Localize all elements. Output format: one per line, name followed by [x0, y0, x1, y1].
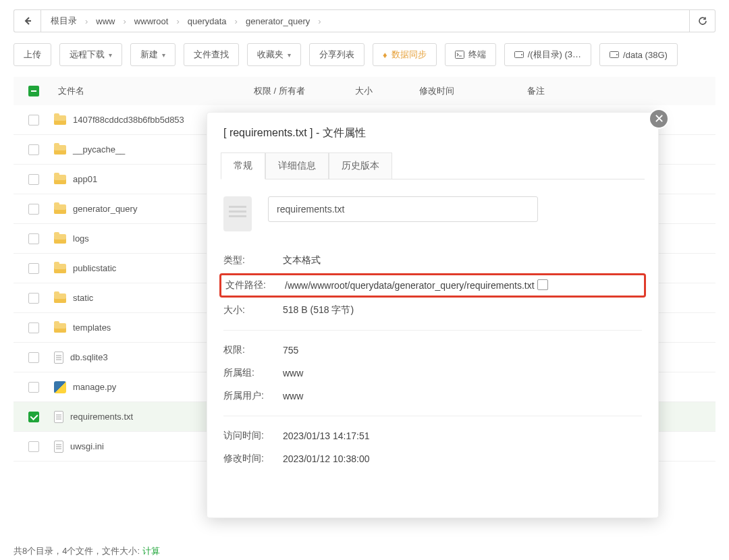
data-sync-label: 数据同步 [392, 49, 427, 61]
row-checkbox[interactable] [28, 352, 39, 363]
prop-perm-value: 755 [283, 345, 298, 356]
row-checkbox[interactable] [28, 233, 39, 244]
back-button[interactable] [14, 9, 40, 32]
row-checkbox[interactable] [28, 323, 39, 333]
prop-type: 类型: 文本格式 [223, 249, 642, 272]
modal-close-button[interactable]: ✕ [649, 109, 669, 129]
refresh-button[interactable] [690, 9, 716, 32]
crumb-generator-query[interactable]: generator_query [243, 16, 313, 26]
chevron-down-icon: ▾ [109, 51, 112, 59]
remote-download-label: 远程下载 [70, 49, 105, 61]
chevron-right-icon: › [315, 16, 323, 26]
row-checkbox-cell [14, 204, 54, 215]
row-filename: publicstatic [73, 263, 116, 273]
prop-type-value: 文本格式 [283, 254, 321, 267]
row-filename: logs [73, 233, 89, 244]
row-checkbox[interactable] [28, 174, 39, 185]
row-filename: generator_query [73, 204, 137, 214]
row-filename: manage.py [73, 382, 116, 392]
modal-title: [ requirements.txt ] - 文件属性 [207, 113, 658, 152]
breadcrumb-bar: 根目录 › www › wwwroot › querydata › genera… [0, 0, 729, 32]
disk-icon [610, 51, 619, 58]
calc-size-link[interactable]: 计算 [142, 546, 160, 556]
disk-icon [514, 51, 524, 58]
col-perm[interactable]: 权限 / 所有者 [250, 85, 351, 97]
row-checkbox[interactable] [28, 382, 39, 393]
divider [223, 416, 642, 416]
upload-label: 上传 [24, 49, 41, 61]
row-checkbox-cell [14, 174, 54, 185]
select-all-checkbox[interactable] [28, 86, 39, 96]
row-filename: templates [73, 323, 111, 333]
terminal-icon [455, 51, 464, 59]
prop-atime-label: 访问时间: [223, 430, 269, 442]
prop-path: 文件路径: /www/wwwroot/querydata/generator_q… [219, 273, 646, 298]
file-search-button[interactable]: 文件查找 [184, 43, 239, 66]
prop-user-label: 所属用户: [223, 390, 269, 402]
close-icon: ✕ [654, 111, 664, 126]
favorites-button[interactable]: 收藏夹▾ [247, 43, 301, 66]
toolbar: 上传 远程下载▾ 新建▾ 文件查找 收藏夹▾ 分享列表 ♦ 数据同步 终端 /(… [0, 32, 729, 77]
row-filename: static [73, 293, 93, 303]
row-checkbox[interactable] [28, 412, 39, 422]
row-checkbox-cell [14, 382, 54, 393]
row-checkbox-cell [14, 115, 54, 125]
row-checkbox-cell [14, 441, 54, 452]
row-checkbox[interactable] [28, 115, 39, 125]
crumb-root[interactable]: 根目录 [48, 15, 80, 27]
share-list-label: 分享列表 [319, 49, 354, 61]
col-mtime[interactable]: 修改时间 [415, 85, 523, 97]
disk-data-label: /data (38G) [623, 50, 668, 60]
col-name[interactable]: 文件名 [54, 85, 250, 97]
crumb-wwwroot[interactable]: wwwroot [132, 16, 171, 26]
refresh-icon [698, 16, 707, 26]
favorites-label: 收藏夹 [257, 49, 284, 61]
footer-summary: 共8个目录，4个文件，文件大小: 计算 [14, 545, 160, 557]
svg-point-4 [616, 54, 618, 55]
crumb-querydata[interactable]: querydata [185, 16, 230, 26]
row-checkbox[interactable] [28, 263, 39, 274]
data-sync-button[interactable]: ♦ 数据同步 [373, 43, 437, 66]
prop-size: 大小: 518 B (518 字节) [223, 299, 642, 322]
prop-mtime-label: 修改时间: [223, 453, 269, 465]
prop-path-label: 文件路径: [225, 279, 271, 291]
tab-general[interactable]: 常规 [221, 152, 265, 179]
remote-download-button[interactable]: 远程下载▾ [59, 43, 122, 66]
folder-icon [54, 115, 66, 125]
folder-icon [54, 234, 66, 244]
tab-details[interactable]: 详细信息 [265, 152, 329, 179]
row-checkbox[interactable] [28, 204, 39, 215]
file-properties-modal: ✕ [ requirements.txt ] - 文件属性 常规 详细信息 历史… [207, 112, 659, 518]
table-header: 文件名 权限 / 所有者 大小 修改时间 备注 [14, 77, 716, 105]
col-size[interactable]: 大小 [351, 85, 415, 97]
chevron-down-icon: ▾ [288, 51, 291, 59]
prop-perm-label: 权限: [223, 344, 269, 356]
folder-icon [54, 175, 66, 184]
tab-underline [221, 179, 645, 179]
prop-perm: 权限: 755 [223, 339, 642, 362]
crumb-www[interactable]: www [93, 16, 117, 26]
footer-text: 共8个目录，4个文件，文件大小: [14, 546, 142, 556]
row-filename: requirements.txt [70, 412, 133, 422]
row-checkbox[interactable] [28, 293, 39, 304]
row-checkbox-cell [14, 352, 54, 363]
prop-user-value: www [283, 391, 303, 401]
terminal-button[interactable]: 终端 [445, 43, 496, 66]
col-note[interactable]: 备注 [523, 85, 678, 97]
upload-button[interactable]: 上传 [14, 43, 51, 66]
row-checkbox[interactable] [28, 144, 39, 155]
chevron-right-icon: › [82, 16, 90, 26]
prop-group: 所属组: www [223, 362, 642, 385]
file-icon [54, 352, 63, 364]
tab-history[interactable]: 历史版本 [329, 152, 392, 179]
copy-path-icon[interactable] [539, 281, 548, 290]
prop-size-value: 518 B (518 字节) [283, 304, 354, 316]
disk-data-button[interactable]: /data (38G) [599, 43, 678, 66]
share-list-button[interactable]: 分享列表 [309, 43, 364, 66]
disk-root-button[interactable]: /(根目录) (3… [504, 43, 591, 66]
filename-input[interactable] [268, 196, 538, 222]
row-checkbox[interactable] [28, 441, 39, 452]
prop-user: 所属用户: www [223, 385, 642, 408]
folder-icon [54, 204, 66, 214]
new-button[interactable]: 新建▾ [130, 43, 176, 66]
